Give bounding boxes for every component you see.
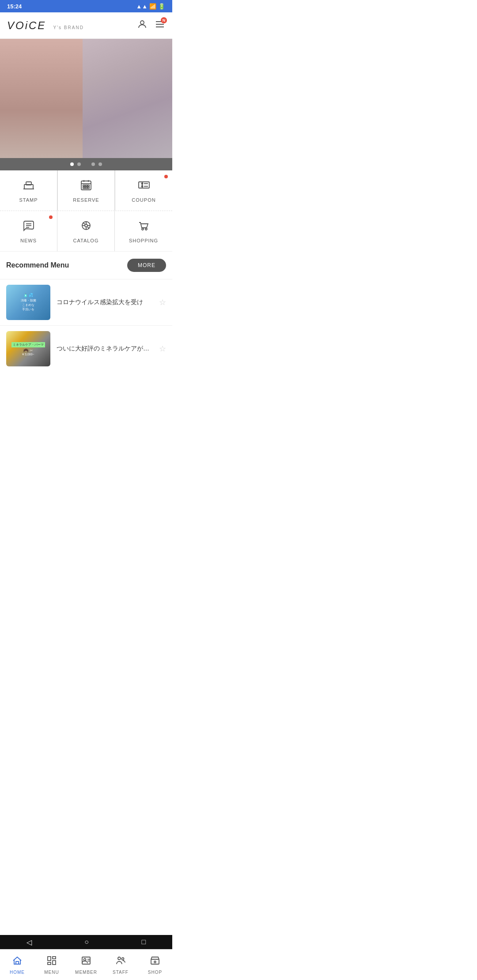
svg-point-19 (141, 183, 143, 185)
svg-point-33 (145, 228, 147, 230)
stamp-icon (22, 178, 35, 195)
signal-icon: 📶 (149, 3, 156, 10)
menu-item-news[interactable]: NEWS (0, 211, 57, 251)
status-icons: ▲▲ 📶 🔋 (136, 3, 165, 10)
menu-item-catalog[interactable]: CATALOG (57, 211, 115, 251)
reserve-label: RESERVE (73, 197, 99, 203)
menu-item-stamp[interactable]: STAMP (0, 170, 57, 211)
svg-rect-15 (85, 187, 87, 188)
status-time: 15:24 (7, 3, 22, 10)
catalog-icon (80, 219, 93, 235)
shopping-label: SHOPPING (129, 238, 158, 243)
recommend-title: Recommend Menu (6, 261, 69, 269)
svg-rect-13 (87, 185, 89, 186)
star-icon-2[interactable]: ☆ (159, 344, 166, 354)
news-icon (22, 219, 35, 235)
svg-point-27 (85, 224, 87, 227)
dot-3[interactable] (84, 162, 88, 166)
svg-rect-16 (87, 187, 89, 188)
status-bar: 15:24 ▲▲ 📶 🔋 (0, 0, 172, 12)
news-title-2: ついに大好評のミネラルケアが… (57, 345, 149, 352)
news-content-1: コロナウイルス感染拡大を受け (57, 298, 155, 307)
news-thumb-1: 🧴 💦 消毒・除菌こまめな手洗いを (6, 285, 50, 320)
menu-item-coupon[interactable]: COUPON (115, 170, 172, 211)
header: VOiCE Y's BRAND N (0, 12, 172, 39)
menu-grid-row1: STAMP RESERVE (0, 170, 172, 211)
header-icons: N (137, 19, 165, 32)
dot-2[interactable] (77, 162, 81, 166)
svg-rect-14 (83, 187, 85, 188)
news-item-2[interactable]: ミネラルケア・パーマ 🦱 ✂ ¥ 3,000~ ついに大好評のミネラルケアが… … (0, 325, 172, 372)
news-content-2: ついに大好評のミネラルケアが… (57, 344, 155, 353)
svg-point-0 (140, 21, 144, 24)
coupon-icon (137, 178, 151, 195)
news-thumb-image-2: ミネラルケア・パーマ 🦱 ✂ ¥ 3,000~ (6, 331, 50, 366)
news-title-1: コロナウイルス感染拡大を受け (57, 298, 143, 305)
catalog-label: CATALOG (73, 238, 99, 243)
news-list: 🧴 💦 消毒・除菌こまめな手洗いを コロナウイルス感染拡大を受け ☆ ミネラルケ… (0, 279, 172, 372)
logo-brand: Y's BRAND (53, 25, 83, 30)
news-label: NEWS (20, 238, 37, 243)
carousel-dots (0, 158, 172, 170)
dot-5[interactable] (98, 162, 102, 166)
svg-point-20 (141, 186, 143, 187)
menu-item-reserve[interactable]: RESERVE (57, 170, 115, 211)
coupon-label: COUPON (132, 197, 155, 203)
coupon-notification-dot (164, 175, 168, 178)
wifi-icon: ▲▲ (136, 3, 148, 10)
logo-text: VOiCE Y's BRAND (7, 19, 84, 32)
hero-banner: Welcome to our salon!! (0, 39, 172, 158)
news-thumb-image-1: 🧴 💦 消毒・除菌こまめな手洗いを (6, 285, 50, 320)
more-button[interactable]: MORE (127, 259, 166, 272)
dot-4[interactable] (91, 162, 95, 166)
menu-item-shopping[interactable]: SHOPPING (115, 211, 172, 251)
logo: VOiCE Y's BRAND (7, 19, 84, 32)
recommend-section: Recommend Menu MORE (0, 252, 172, 279)
news-thumb-2: ミネラルケア・パーマ 🦱 ✂ ¥ 3,000~ (6, 331, 50, 366)
news-item-1[interactable]: 🧴 💦 消毒・除菌こまめな手洗いを コロナウイルス感染拡大を受け ☆ (0, 279, 172, 325)
svg-rect-12 (85, 185, 87, 186)
profile-icon[interactable] (137, 19, 148, 32)
svg-point-32 (142, 228, 144, 230)
menu-icon[interactable]: N (155, 19, 165, 32)
star-icon-1[interactable]: ☆ (159, 298, 166, 307)
stamp-label: STAMP (19, 197, 38, 203)
news-notification-dot (49, 215, 53, 219)
dot-1[interactable] (70, 162, 74, 166)
notification-badge: N (161, 17, 167, 23)
svg-rect-11 (83, 185, 85, 186)
battery-icon: 🔋 (158, 3, 165, 10)
shopping-icon (137, 219, 150, 235)
hero-background (0, 39, 172, 158)
reserve-icon (80, 178, 93, 195)
svg-rect-17 (139, 182, 149, 188)
menu-grid-row2: NEWS CATALOG SHOPPING (0, 211, 172, 252)
